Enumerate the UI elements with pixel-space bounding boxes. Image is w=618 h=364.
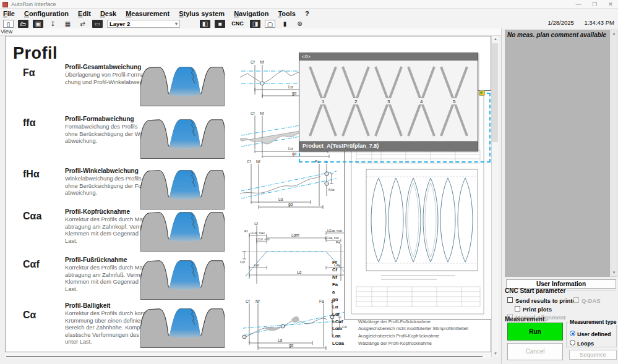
tooth-x-mark[interactable]: 5 xyxy=(439,64,469,138)
svg-text:Cf: Cf xyxy=(251,111,255,116)
menu-item-edit[interactable]: Edit xyxy=(78,10,91,17)
open-folder-icon[interactable]: 🗁 xyxy=(18,20,28,28)
param-symbol: fHα xyxy=(23,169,60,180)
plan-comment-text: No meas. plan comment available xyxy=(507,32,606,38)
vertical-scroll-thumb[interactable] xyxy=(492,43,498,142)
app-window: AutoRun Interface — ❐ ✕ File Configurati… xyxy=(0,0,618,364)
stylus-probe-icon[interactable]: ↧ xyxy=(48,20,58,28)
svg-text:fHα: fHα xyxy=(328,188,335,192)
measurement-type-title: Measurement type xyxy=(569,319,617,325)
svg-text:Lα: Lα xyxy=(297,270,302,274)
tooth-x-mark[interactable]: 2 xyxy=(341,64,371,138)
profile-diagram-fha: Cf Nf Fa a fHα Lα gα xyxy=(238,159,340,211)
menu-item-desk[interactable]: Desk xyxy=(100,10,116,17)
param-symbol: Cα xyxy=(23,310,60,321)
tooth-selection-window[interactable]: <0> 1 2 3 4 5 Product_A(TestPrü xyxy=(299,53,478,151)
layer-select[interactable]: Layer 2 ▾ xyxy=(107,20,180,28)
svg-text:Cf: Cf xyxy=(251,60,255,64)
gear-teeth-image xyxy=(140,253,225,300)
send-results-checkbox[interactable] xyxy=(507,297,513,303)
gear-teeth-image xyxy=(140,163,225,210)
menu-item-tools[interactable]: Tools xyxy=(278,10,296,17)
param-symbol: Cαf xyxy=(23,259,60,270)
param-symbol: Fα xyxy=(23,67,60,78)
run-button[interactable]: Run xyxy=(507,323,563,341)
svg-text:Nf: Nf xyxy=(260,111,264,116)
legend-row: LCαaWälzlänge der Profil-Kopfrücknahme xyxy=(332,340,488,347)
svg-text:2: 2 xyxy=(354,99,358,104)
scroll-up-icon[interactable]: ▲ xyxy=(611,30,617,37)
menu-item-measurement[interactable]: Measurement xyxy=(126,10,170,17)
page-title: Profil xyxy=(13,44,58,63)
svg-text:Lαf: Lαf xyxy=(254,263,259,267)
svg-text:Cf: Cf xyxy=(254,222,258,226)
user-defined-radio[interactable] xyxy=(570,331,575,336)
sequence-button: Sequence xyxy=(569,350,617,360)
svg-text:gα: gα xyxy=(292,91,297,96)
svg-text:Lα: Lα xyxy=(278,197,283,201)
monitor-icon[interactable]: ▭ xyxy=(92,20,103,28)
svg-text:Cf: Cf xyxy=(246,299,250,303)
svg-text:Lα: Lα xyxy=(288,85,293,89)
tooth-x-mark[interactable]: 4 xyxy=(406,64,436,138)
svg-text:Nf: Nf xyxy=(256,159,260,164)
gear-teeth-image xyxy=(140,301,225,348)
measurement-group-title: Measurement xyxy=(505,316,544,323)
swap-icon[interactable]: ⇄ xyxy=(77,20,88,28)
svg-text:Lαm: Lαm xyxy=(291,233,299,237)
menu-item-stylus-system[interactable]: Stylus system xyxy=(179,10,225,17)
menu-item-navigation[interactable]: Navigation xyxy=(234,10,268,17)
type-loops-row: Loops xyxy=(570,337,594,348)
svg-text:Cαf: Cαf xyxy=(240,260,246,264)
settings-gear-icon[interactable]: ⊛ xyxy=(294,20,305,28)
view-panel-tab[interactable]: View xyxy=(0,28,501,36)
tooth-x-mark[interactable]: 3 xyxy=(374,64,403,138)
maximize-button[interactable]: ❐ xyxy=(590,1,599,8)
gear-teeth-image xyxy=(140,205,225,252)
svg-text:Ff: Ff xyxy=(244,229,248,233)
qdas-checkbox xyxy=(573,297,579,303)
svg-text:Lα: Lα xyxy=(278,338,283,342)
tooth-x-mark[interactable]: 1 xyxy=(308,64,338,138)
grid-icon[interactable]: ▦ xyxy=(62,20,73,28)
svg-text:Fa: Fa xyxy=(336,240,341,244)
plot-badge-icon xyxy=(479,90,485,96)
menu-item-configuration[interactable]: Configuration xyxy=(24,10,69,17)
scroll-down-icon[interactable]: ▼ xyxy=(492,350,499,357)
save-icon[interactable]: ▣ xyxy=(33,20,43,28)
qdas-row: Q-DAS xyxy=(573,294,601,305)
legend-row: LαmAusgleichsbereich nicht modifizierter… xyxy=(332,325,488,332)
svg-text:1: 1 xyxy=(322,99,325,104)
measurement-plan-name: Product_A(TestPrüfplan_7.8) xyxy=(299,142,478,151)
loops-label: Loops xyxy=(577,341,594,347)
chevron-down-icon: ▾ xyxy=(175,21,178,27)
scroll-down-icon[interactable]: ▼ xyxy=(611,269,617,276)
contrast-icon[interactable]: ◨ xyxy=(250,20,260,28)
window-layout-icon[interactable]: ▢ xyxy=(265,20,275,28)
new-document-icon[interactable]: ▯ xyxy=(3,20,14,28)
menu-item-help[interactable]: ? xyxy=(305,10,309,17)
close-button[interactable]: ✕ xyxy=(606,1,616,8)
legend-row: LαaAusgleichsbereich Profil-Kopfrücknahm… xyxy=(332,332,488,340)
minimize-button[interactable]: — xyxy=(573,1,583,8)
tooth-window-title: <0> xyxy=(299,53,478,61)
app-icon xyxy=(2,2,8,7)
thermometer-icon[interactable]: ▮ xyxy=(280,20,290,28)
svg-text:5: 5 xyxy=(453,99,456,104)
status-date: 1/28/2025 xyxy=(548,19,574,26)
scroll-up-icon[interactable]: ▲ xyxy=(492,36,499,43)
window-title: AutoRun Interface xyxy=(11,1,56,7)
display-mode-icon[interactable]: ■ xyxy=(215,20,225,28)
qdas-label: Q-DAS xyxy=(582,297,601,304)
comment-scrollbar[interactable]: ▲ ▼ xyxy=(611,30,617,277)
param-symbol: Cαa xyxy=(23,211,60,222)
loops-radio[interactable] xyxy=(570,340,575,345)
layer-select-value: Layer 2 xyxy=(109,20,130,27)
svg-text:Fa: Fa xyxy=(319,299,324,303)
joystick-panel-icon[interactable]: ◧ xyxy=(200,20,210,28)
plan-comment-box: No meas. plan comment available xyxy=(505,30,610,277)
svg-text:3: 3 xyxy=(387,99,390,104)
cnc-button[interactable]: CNC xyxy=(230,20,246,28)
menu-item-file[interactable]: File xyxy=(3,10,15,17)
horizontal-scroll-thumb[interactable] xyxy=(6,356,483,357)
